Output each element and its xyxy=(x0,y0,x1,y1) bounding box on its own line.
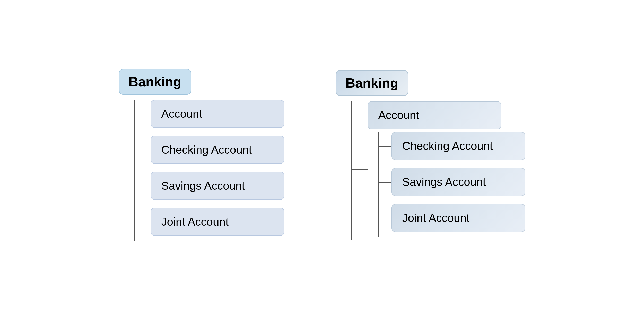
right-account-node: Account xyxy=(368,101,501,129)
right-account-hline xyxy=(352,169,368,170)
left-child-node-0: Account xyxy=(151,100,284,128)
right-sub-child-node-0: Checking Account xyxy=(391,132,525,160)
right-root-node: Banking xyxy=(336,70,408,96)
right-sub-child-item-2: Joint Account xyxy=(379,204,525,232)
left-root-label: Banking xyxy=(129,74,181,89)
left-child-node-2: Savings Account xyxy=(151,172,284,200)
left-child-node-3: Joint Account xyxy=(151,208,284,236)
right-sub-child-item-0: Checking Account xyxy=(379,132,525,160)
left-root-node: Banking xyxy=(119,69,191,95)
right-sub-child-node-2: Joint Account xyxy=(391,204,525,232)
right-sub-vertical-line xyxy=(378,132,379,237)
left-tree-container: AccountChecking AccountSavings AccountJo… xyxy=(119,97,284,241)
right-children-list: Account Checking AccountSavings AccountJ… xyxy=(352,98,525,240)
right-sub-children-list: Checking AccountSavings AccountJoint Acc… xyxy=(379,129,525,235)
right-vertical-line xyxy=(351,101,352,240)
left-hline-3 xyxy=(135,222,151,222)
right-sub-child-node-1: Savings Account xyxy=(391,168,525,196)
left-child-node-1: Checking Account xyxy=(151,136,284,164)
left-child-item-2: Savings Account xyxy=(135,172,284,200)
left-child-item-3: Joint Account xyxy=(135,208,284,236)
right-tree-container: Account Checking AccountSavings AccountJ… xyxy=(336,98,525,240)
right-account-label: Account xyxy=(378,109,419,122)
left-hline-1 xyxy=(135,150,151,150)
left-vertical-line xyxy=(134,100,135,241)
right-root-label: Banking xyxy=(346,76,398,90)
right-diagram: Banking Account Checking AccountSavings … xyxy=(336,70,525,240)
left-child-item-1: Checking Account xyxy=(135,136,284,164)
right-account-item: Account Checking AccountSavings AccountJ… xyxy=(352,101,525,237)
left-hline-0 xyxy=(135,114,151,114)
right-sub-tree: Checking AccountSavings AccountJoint Acc… xyxy=(378,129,525,237)
right-sub-hline-0 xyxy=(379,146,391,147)
left-child-item-0: Account xyxy=(135,100,284,128)
right-sub-child-item-1: Savings Account xyxy=(379,168,525,196)
right-sub-hline-2 xyxy=(379,218,391,218)
right-account-with-children: Account Checking AccountSavings AccountJ… xyxy=(368,101,525,237)
left-diagram: Banking AccountChecking AccountSavings A… xyxy=(119,69,284,241)
left-children-list: AccountChecking AccountSavings AccountJo… xyxy=(135,97,284,239)
right-sub-hline-1 xyxy=(379,182,391,183)
left-hline-2 xyxy=(135,186,151,186)
